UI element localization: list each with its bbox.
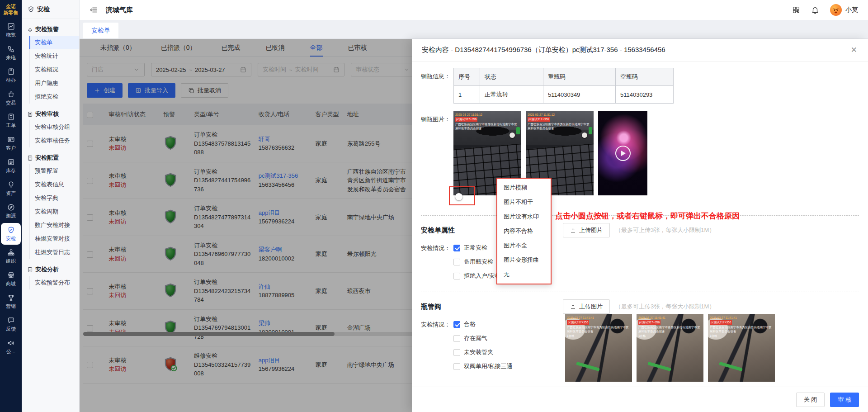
sidebar-title-row: 安检 (22, 0, 79, 19)
sidebar-item-安检审核分组[interactable]: 安检审核分组 (30, 120, 79, 134)
modal-footer: 关 闭 审 核 (412, 387, 868, 412)
photo-watermark: 2025-03-27 11:41:41pc测试317+356广西壮族自治区南宁市… (567, 316, 630, 338)
close-button[interactable]: 关 闭 (796, 393, 825, 407)
checkbox-option-正常安检[interactable]: 正常安检 (453, 244, 501, 252)
section-photo-thumbnails: 2025-03-27 11:41:41pc测试317+356广西壮族自治区南宁市… (565, 314, 775, 382)
ticket-icon (7, 113, 15, 121)
shield-icon (7, 226, 15, 234)
tab-anjiandan[interactable]: 安检单 (83, 23, 118, 38)
valve-photo-2[interactable]: 2025-03-27 11:41:41pc测试317+356广西壮族自治区南宁市… (637, 314, 703, 382)
modal-header: 安检内容 - D1354827441754996736（订单安检）pc测试317… (412, 39, 868, 62)
user-menu[interactable]: 小莫 (830, 4, 858, 16)
reject-reason-option[interactable]: 图片模糊 (497, 180, 551, 195)
brand-line1: 金诺 (4, 3, 19, 9)
bottle-video-thumbnail[interactable] (598, 111, 647, 195)
page-title: 滨城气库 (106, 6, 133, 14)
checkbox[interactable] (453, 245, 460, 251)
sidebar-item-安检单[interactable]: 安检单 (30, 36, 79, 49)
reject-reason-dot-button[interactable] (455, 193, 462, 200)
sidebar-group: 安检审核安检审核分组安检审核任务 (22, 104, 79, 147)
qr-code-icon[interactable] (792, 6, 800, 14)
avatar (830, 4, 842, 16)
collapse-sidebar-icon[interactable] (90, 6, 98, 14)
reject-reason-option[interactable]: 无 (497, 267, 551, 282)
rail-item-asset[interactable]: 资产 (1, 178, 21, 199)
checkbox[interactable] (453, 259, 460, 265)
asset-icon (7, 181, 15, 189)
sidebar-item-安检字典[interactable]: 安检字典 (30, 191, 79, 205)
checkbox-option-双阀单用/私接三通[interactable]: 双阀单用/私接三通 (453, 362, 513, 370)
audit-icon (27, 111, 33, 117)
checkbox[interactable] (453, 349, 460, 356)
rail-item-feedback[interactable]: 反馈 (1, 313, 21, 335)
sidebar-item-预警配置[interactable]: 预警配置 (30, 164, 79, 178)
rail-item-mall[interactable]: 商城 (1, 268, 21, 290)
checkbox[interactable] (453, 321, 460, 328)
sidebar-item-安检审核任务[interactable]: 安检审核任务 (30, 134, 79, 147)
modal-body: 钢瓶信息： 序号 状态 重瓶码 空瓶码 1 正常流转 5114030349 51… (412, 62, 868, 387)
notification-bell-icon[interactable] (811, 6, 819, 14)
rail-item-org[interactable]: 组织 (1, 246, 21, 267)
checkbox-option-拒绝入户/安检[interactable]: 拒绝入户/安检 (453, 272, 501, 280)
sidebar-group-header: 安检审核 (22, 106, 79, 120)
checkbox[interactable] (453, 273, 460, 279)
audit-button[interactable]: 审 核 (830, 393, 859, 407)
rail-item-customer[interactable]: 客户 (1, 133, 21, 154)
bottle-photos-row: 钢瓶图片： 2025-03-27 11:51:12 pc测试317+356 广西… (421, 111, 859, 195)
rail-item-bag[interactable]: 交易 (1, 87, 21, 109)
reject-reason-option[interactable]: 图片不全 (497, 238, 551, 253)
rail-item-horn[interactable]: 公... (1, 336, 21, 358)
sidebar-group-header: 安检分析 (22, 262, 79, 276)
sidebar-item-安检统计[interactable]: 安检统计 (30, 49, 79, 63)
reject-reason-option[interactable]: 图片变形扭曲 (497, 253, 551, 267)
sidebar-group: 安检预警安检单安检统计安检概况用户隐患拒绝安检 (22, 19, 79, 104)
sidebar-item-安检表信息[interactable]: 安检表信息 (30, 178, 79, 191)
upload-image-button[interactable]: 上传图片 (563, 299, 610, 314)
page-tabstrip: 安检单 (80, 20, 868, 39)
checkbox[interactable] (453, 335, 460, 342)
todo-icon (7, 68, 15, 76)
modal-section-安检单属性: 安检单属性上传图片（最多可上传3张，每张大小限制1M）安检情况：正常安检备用瓶安… (421, 223, 859, 292)
upload-hint: （最多可上传3张，每张大小限制1M） (615, 226, 715, 234)
sidebar-item-桂燃安管日志[interactable]: 桂燃安管日志 (30, 246, 79, 259)
rail-item-trophy[interactable]: 营销 (1, 291, 21, 313)
rail-item-shield[interactable]: 安检 (1, 223, 21, 245)
rail-item-chart[interactable]: 概览 (1, 19, 21, 41)
trophy-icon (7, 294, 15, 302)
valve-photo-3[interactable]: 2025-03-27 11:41:41pc测试317+356广西壮族自治区南宁市… (708, 314, 775, 382)
sidebar-item-安检预警分布[interactable]: 安检预警分布 (30, 276, 79, 289)
checkbox-option-合格[interactable]: 合格 (453, 320, 513, 328)
checkbox-option-未安装管夹[interactable]: 未安装管夹 (453, 348, 513, 356)
rail-item-inventory[interactable]: 库存 (1, 155, 21, 177)
username: 小莫 (845, 6, 858, 14)
valve-photo-1[interactable]: 2025-03-27 11:41:41pc测试317+356广西壮族自治区南宁市… (565, 314, 632, 382)
rail-item-ticket[interactable]: 工单 (1, 110, 21, 132)
situation-label: 安检情况： (421, 244, 453, 280)
checkbox-option-存在漏气[interactable]: 存在漏气 (453, 334, 513, 342)
sidebar-item-桂燃安管对接[interactable]: 桂燃安管对接 (30, 232, 79, 246)
upload-icon (570, 304, 576, 310)
checkbox-option-备用瓶安检[interactable]: 备用瓶安检 (453, 258, 501, 266)
reject-reason-option[interactable]: 内容不合格 (497, 224, 551, 238)
upload-image-button[interactable]: 上传图片 (563, 223, 610, 237)
photo-watermark: 2025-03-27 11:41:41pc测试317+356广西壮族自治区南宁市… (638, 316, 702, 338)
customer-icon (7, 136, 15, 143)
rail-item-trace[interactable]: 溯源 (1, 200, 21, 222)
reject-reason-option[interactable]: 图片不相干 (497, 195, 551, 209)
rail-item-todo[interactable]: 待办 (1, 65, 21, 86)
rail-item-phone[interactable]: 来电 (1, 42, 21, 64)
sidebar-item-安检概况[interactable]: 安检概况 (30, 63, 79, 76)
photo-watermark: 2025-03-27 11:51:12 pc测试317+356 广西壮族自治区南… (455, 113, 519, 131)
annotation-rectangle (449, 186, 475, 205)
sidebar-item-数广安检对接[interactable]: 数广安检对接 (30, 218, 79, 232)
close-icon[interactable]: ✕ (851, 45, 857, 55)
sidebar-item-拒绝安检[interactable]: 拒绝安检 (30, 90, 79, 104)
bottle-info-label: 钢瓶信息： (421, 68, 453, 104)
inventory-icon (7, 158, 15, 166)
sidebar-item-用户隐患[interactable]: 用户隐患 (30, 76, 79, 90)
sidebar-item-安检周期[interactable]: 安检周期 (30, 205, 79, 218)
app-rail: 金诺 新零售 概览来电待办交易工单客户库存资产溯源安检组织商城营销反馈公... (0, 0, 22, 412)
checkbox[interactable] (453, 363, 460, 370)
play-icon[interactable] (615, 146, 631, 161)
reject-reason-option[interactable]: 图片没有水印 (497, 209, 551, 224)
